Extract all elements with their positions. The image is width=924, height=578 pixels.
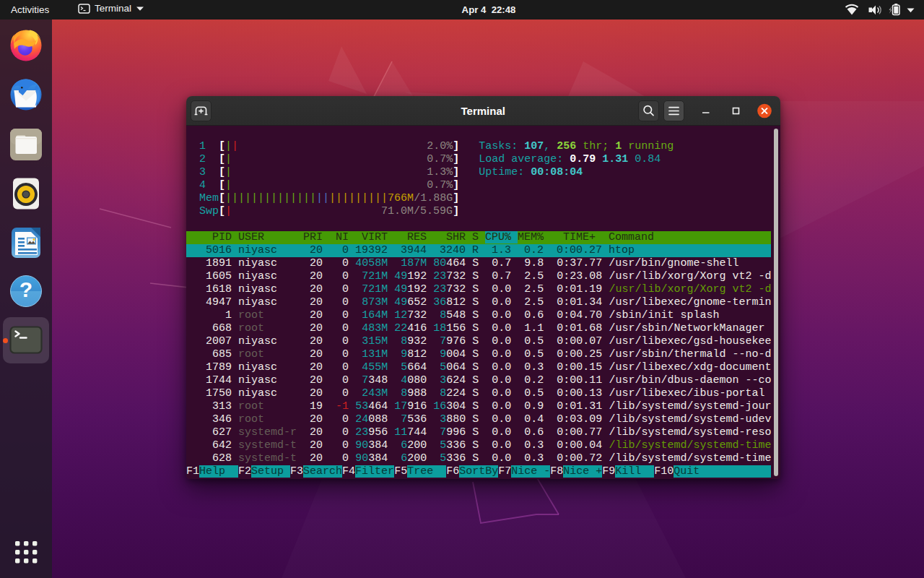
svg-text:?: ? <box>19 277 32 301</box>
